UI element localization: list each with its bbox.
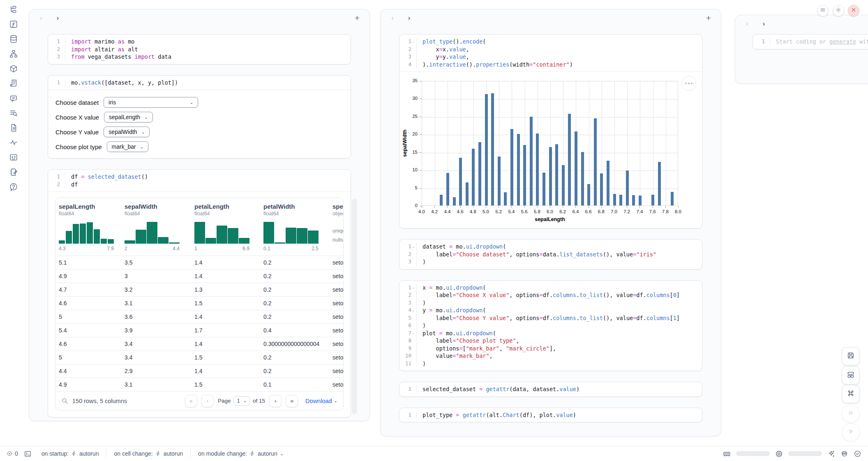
runtime-config-3[interactable]: on module change:autorun⌄ [198, 450, 284, 457]
table-row[interactable]: 4.93.11.50.1setosa [55, 378, 343, 391]
plot-type-cell[interactable]: 1plot_type = getattr(alt.Chart(df), plot… [399, 408, 702, 423]
fold-toggle-icon[interactable]: ⌄ [411, 331, 415, 335]
functions-icon[interactable] [9, 20, 18, 29]
editor-placeholder[interactable]: Start coding or generate with AI [776, 38, 868, 46]
save-button[interactable] [842, 347, 860, 365]
add-cell-button[interactable]: + [706, 13, 711, 23]
cell-editor[interactable]: 1selected_dataset = getattr(data, datase… [399, 382, 702, 396]
menu-button[interactable] [817, 5, 829, 16]
column-forward-button[interactable]: › [55, 15, 60, 22]
connection-status-icon[interactable] [854, 450, 861, 458]
table-row[interactable]: 4.931.40.2setosa [55, 269, 343, 283]
table-row[interactable]: 53.41.50.2setosa [55, 350, 343, 364]
page-select[interactable]: 1⌄ [233, 396, 250, 406]
table-row[interactable]: 4.63.41.40.3000000000000004setosa [55, 337, 343, 350]
download-button[interactable]: Download⌄ [305, 398, 337, 404]
code-area[interactable]: import marimo as moimport altair as altf… [65, 38, 351, 61]
previous-page-button[interactable]: ‹ [201, 395, 214, 407]
dataset-dropdown-cell[interactable]: 1⌄23dataset = mo.ui.dropdown( label="Cho… [399, 239, 702, 270]
plot-cell[interactable]: 1⌄234plot_type().encode( x=x.value, y=y.… [399, 34, 702, 228]
scrollbar[interactable] [352, 198, 357, 414]
table-column-header[interactable]: sepalWidthfloat6424.4 [121, 198, 191, 256]
variables-icon[interactable] [9, 108, 18, 118]
generate-with-ai-link[interactable]: generate [829, 38, 856, 45]
table-column-header[interactable]: petalWidthfloat640.12.5 [260, 198, 329, 256]
cell-editor[interactable]: 1⌄234⌄567⌄891011x = mo.ui.dropdown( labe… [399, 281, 702, 371]
help-icon[interactable] [9, 182, 18, 191]
dataframe-cell[interactable]: 12df = selected_dataset()dfsepalLengthfl… [48, 169, 351, 417]
documentation-icon[interactable] [9, 123, 18, 132]
cell-editor[interactable]: 1⌄23dataset = mo.ui.dropdown( label="Cho… [399, 240, 702, 269]
chart-actions-button[interactable] [681, 76, 696, 91]
runtime-config-1[interactable]: on startup:autorun [42, 450, 99, 457]
dropdown-choose-x-value[interactable]: sepalLength⌄ [104, 112, 153, 122]
dropdown-choose-y-value[interactable]: sepalWidth⌄ [104, 127, 150, 137]
column-back-button[interactable]: ‹ [390, 15, 395, 22]
next-page-button[interactable]: › [269, 395, 282, 407]
errors-indicator[interactable]: 0 [7, 450, 18, 457]
table-row[interactable]: 5.13.51.40.2setosa [55, 256, 343, 269]
selected-dataset-cell[interactable]: 1selected_dataset = getattr(data, datase… [399, 382, 702, 397]
stop-button[interactable] [842, 405, 860, 423]
column-forward-button[interactable]: › [762, 21, 766, 28]
chart-plot-area[interactable] [422, 81, 678, 206]
last-page-button[interactable]: » [286, 395, 298, 407]
code-area[interactable]: df = selected_dataset()df [65, 173, 351, 188]
packages-icon[interactable] [9, 64, 18, 73]
logs-icon[interactable] [9, 79, 18, 88]
run-button[interactable] [842, 423, 860, 441]
snippets-icon[interactable] [9, 153, 18, 162]
scratchpad-icon[interactable] [9, 168, 18, 177]
table-column-header[interactable]: petalLengthfloat6416.9 [191, 198, 260, 256]
dropdown-choose-dataset[interactable]: iris⌄ [104, 97, 198, 108]
table-row[interactable]: 4.73.21.30.2setosa [55, 283, 343, 296]
layout-toggle-button[interactable] [842, 366, 860, 385]
dropdown-choose-plot-type[interactable]: mark_bar⌄ [107, 141, 149, 152]
keyboard-shortcuts-button[interactable] [842, 385, 860, 403]
cell-editor[interactable]: 1plot_type = getattr(alt.Chart(df), plot… [399, 408, 702, 422]
dependency-graph-icon[interactable] [9, 49, 18, 58]
runtime-config-2[interactable]: on cell change:autorun [114, 450, 183, 457]
tracing-icon[interactable] [9, 138, 18, 147]
cell-editor[interactable]: 1⌄234plot_type().encode( x=x.value, y=y.… [399, 35, 702, 71]
code-area[interactable]: x = mo.ui.dropdown( label="Choose X valu… [417, 284, 702, 368]
search-icon[interactable] [61, 397, 68, 404]
fold-toggle-icon[interactable]: ⌄ [411, 309, 415, 312]
table-row[interactable]: 4.63.11.50.2setosa [55, 296, 343, 310]
ram-usage-meter[interactable] [736, 451, 770, 456]
cell-editor[interactable]: 12df = selected_dataset()df [48, 170, 351, 191]
datasources-icon[interactable] [9, 35, 18, 44]
table-column-header[interactable]: sepalLengthfloat644.37.9 [55, 198, 121, 256]
imports-cell[interactable]: 123import marimo as moimport altair as a… [48, 34, 351, 65]
table-row[interactable]: 4.42.91.40.2setosa [55, 364, 343, 378]
column-forward-button[interactable]: › [407, 15, 411, 22]
vstack-cell[interactable]: 1mo.vstack([dataset, x, y, plot])Choose … [48, 75, 351, 159]
xy-plot-dropdowns-cell[interactable]: 1⌄234⌄567⌄891011x = mo.ui.dropdown( labe… [399, 280, 702, 371]
table-column-header[interactable]: speciesobjectunique:nulls: [329, 198, 343, 256]
terminal-button[interactable] [24, 450, 32, 458]
code-area[interactable]: plot_type = getattr(alt.Chart(df), plot.… [417, 411, 702, 419]
table-row[interactable]: 5.43.91.70.4setosa [55, 323, 343, 337]
cell-editor[interactable]: 123import marimo as moimport altair as a… [48, 35, 351, 64]
first-page-button[interactable]: « [185, 395, 197, 407]
copilot-button[interactable] [840, 450, 848, 458]
code-area[interactable]: dataset = mo.ui.dropdown( label="Choose … [417, 243, 702, 266]
cpu-usage-meter[interactable] [788, 451, 822, 456]
shutdown-button[interactable] [848, 5, 859, 16]
table-row[interactable]: 53.61.40.2setosa [55, 310, 343, 323]
code-area[interactable]: plot_type().encode( x=x.value, y=y.value… [417, 38, 702, 68]
code-area[interactable]: mo.vstack([dataset, x, y, plot]) [65, 79, 351, 87]
add-cell-button[interactable]: + [355, 13, 360, 23]
settings-button[interactable] [833, 5, 844, 16]
ai-sparkles-button[interactable] [827, 450, 835, 458]
code-area[interactable]: selected_dataset = getattr(data, dataset… [417, 385, 702, 393]
empty-code-cell[interactable]: 1 Start coding or generate with AI [753, 34, 868, 49]
fold-toggle-icon[interactable]: ⌄ [411, 245, 415, 249]
column-back-button[interactable]: ‹ [745, 21, 749, 28]
fold-toggle-icon[interactable]: ⌄ [411, 286, 415, 289]
file-explorer-icon[interactable] [9, 5, 18, 14]
fold-toggle-icon[interactable]: ⌄ [411, 40, 415, 44]
chat-icon[interactable] [9, 94, 18, 103]
cell-editor[interactable]: 1mo.vstack([dataset, x, y, plot]) [48, 76, 351, 90]
column-back-button[interactable]: ‹ [39, 15, 43, 22]
